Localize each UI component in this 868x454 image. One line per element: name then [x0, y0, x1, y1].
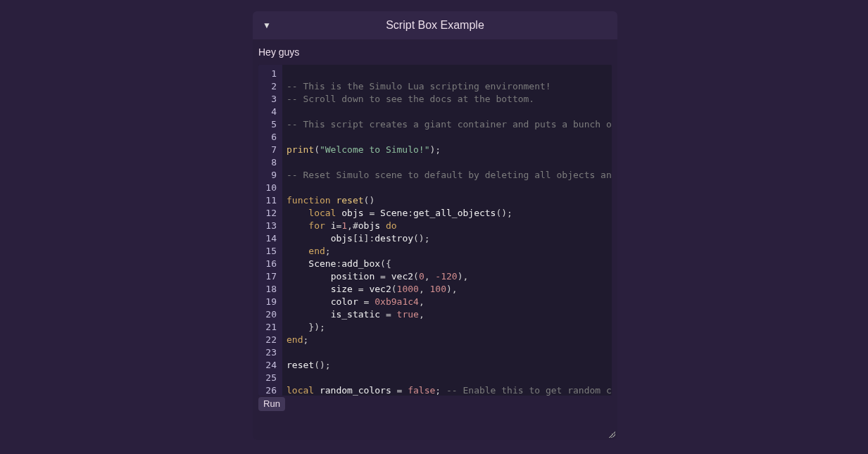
code-line[interactable]: [287, 182, 612, 194]
code-line[interactable]: is_static = true,: [287, 308, 612, 321]
line-number: 16: [263, 258, 277, 270]
line-number: 2: [263, 80, 277, 93]
line-number-gutter: 1234567891011121314151617181920212223242…: [258, 65, 282, 396]
code-line[interactable]: size = vec2(1000, 100),: [287, 283, 612, 296]
code-line[interactable]: -- This script creates a giant container…: [287, 118, 612, 131]
line-number: 25: [263, 372, 277, 384]
line-number: 7: [263, 144, 277, 156]
code-line[interactable]: local objs = Scene:get_all_objects();: [287, 207, 612, 220]
panel-header: ▼ Script Box Example: [253, 11, 617, 39]
code-line[interactable]: function reset(): [287, 194, 612, 207]
code-line[interactable]: for i=1,#objs do: [287, 220, 612, 232]
line-number: 9: [263, 169, 277, 182]
line-number: 21: [263, 321, 277, 334]
line-number: 12: [263, 207, 277, 220]
code-line[interactable]: end;: [287, 334, 612, 346]
line-number: 13: [263, 220, 277, 232]
collapse-icon[interactable]: ▼: [263, 20, 271, 30]
line-number: 5: [263, 118, 277, 131]
line-number: 4: [263, 106, 277, 118]
line-number: 8: [263, 156, 277, 169]
line-number: 20: [263, 308, 277, 321]
code-line[interactable]: print("Welcome to Simulo!");: [287, 144, 612, 156]
code-line[interactable]: });: [287, 321, 612, 334]
line-number: 14: [263, 232, 277, 245]
panel-title: Script Box Example: [253, 19, 617, 32]
line-number: 15: [263, 245, 277, 258]
line-number: 17: [263, 270, 277, 283]
line-number: 3: [263, 93, 277, 106]
line-number: 1: [263, 68, 277, 80]
code-content[interactable]: -- This is the Simulo Lua scripting envi…: [282, 65, 612, 396]
code-line[interactable]: [287, 156, 612, 169]
code-line[interactable]: local random_colors = false; -- Enable t…: [287, 384, 612, 396]
line-number: 11: [263, 194, 277, 207]
resize-handle-icon[interactable]: [606, 429, 616, 439]
code-editor[interactable]: 1234567891011121314151617181920212223242…: [258, 65, 612, 396]
code-line[interactable]: [287, 131, 612, 144]
code-line[interactable]: end;: [287, 245, 612, 258]
line-number: 18: [263, 283, 277, 296]
code-line[interactable]: Scene:add_box({: [287, 258, 612, 270]
code-line[interactable]: [287, 106, 612, 118]
panel-body: Hey guys 1234567891011121314151617181920…: [253, 39, 617, 440]
code-line[interactable]: [287, 372, 612, 384]
code-line[interactable]: color = 0xb9a1c4,: [287, 296, 612, 308]
script-box-panel: ▼ Script Box Example Hey guys 1234567891…: [253, 11, 617, 440]
code-line[interactable]: reset();: [287, 359, 612, 372]
code-line[interactable]: [287, 346, 612, 359]
line-number: 22: [263, 334, 277, 346]
line-number: 24: [263, 359, 277, 372]
line-number: 23: [263, 346, 277, 359]
run-button[interactable]: Run: [258, 397, 285, 411]
line-number: 10: [263, 182, 277, 194]
line-number: 26: [263, 384, 277, 396]
code-line[interactable]: position = vec2(0, -120),: [287, 270, 612, 283]
code-line[interactable]: -- This is the Simulo Lua scripting envi…: [287, 80, 612, 93]
greeting-text: Hey guys: [258, 45, 612, 65]
line-number: 19: [263, 296, 277, 308]
line-number: 6: [263, 131, 277, 144]
code-line[interactable]: -- Reset Simulo scene to default by dele…: [287, 169, 612, 182]
code-line[interactable]: [287, 68, 612, 80]
code-line[interactable]: objs[i]:destroy();: [287, 232, 612, 245]
code-line[interactable]: -- Scroll down to see the docs at the bo…: [287, 93, 612, 106]
